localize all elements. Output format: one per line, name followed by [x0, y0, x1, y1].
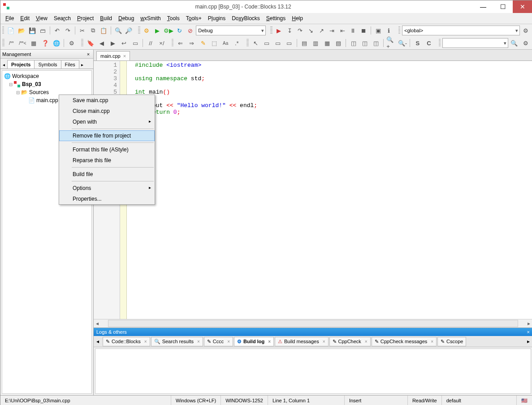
new-file-icon[interactable]: 📄 — [6, 25, 16, 36]
log-tab-buildlog[interactable]: ⚙Build log× — [234, 337, 274, 346]
search-go-icon[interactable]: 🔍 — [509, 38, 519, 48]
tab-close-icon[interactable]: × — [123, 53, 126, 59]
next-line-icon[interactable]: ↷ — [295, 25, 305, 36]
wrap-icon[interactable]: ↩ — [119, 38, 129, 48]
build-run-icon[interactable]: ⚙▶ — [163, 25, 174, 36]
win2-icon[interactable]: ◫ — [359, 38, 370, 48]
layout3-icon[interactable]: ▦ — [322, 38, 332, 48]
log-tabs-right[interactable]: ▸ — [524, 338, 532, 345]
tab-symbols[interactable]: Symbols — [34, 60, 61, 69]
layout1-icon[interactable]: ▤ — [299, 38, 310, 48]
find-icon[interactable]: 🔍 — [113, 25, 123, 36]
ctx-open-with[interactable]: Open with — [59, 116, 155, 127]
minimize-button[interactable]: — — [473, 0, 493, 13]
open-icon[interactable]: 📂 — [17, 25, 26, 36]
comment-icon[interactable]: // — [145, 38, 156, 48]
run-to-cursor-icon[interactable]: ↧ — [285, 25, 294, 36]
step-out-icon[interactable]: ↗ — [316, 25, 326, 36]
log-tab-cppcheckmsg[interactable]: ✎CppCheck messages× — [372, 337, 437, 346]
compiler-settings-icon[interactable]: ⚙ — [521, 25, 531, 36]
highlight-icon[interactable]: ✎ — [198, 38, 208, 48]
paste-icon[interactable]: 📋 — [99, 25, 108, 36]
menu-doxyblocks[interactable]: DoxyBlocks — [229, 14, 263, 23]
select-all-icon[interactable]: ⬚ — [209, 38, 220, 48]
menu-plugins[interactable]: Plugins — [205, 14, 229, 23]
win1-icon[interactable]: ◫ — [348, 38, 359, 48]
log-tab-buildmsg[interactable]: ⚠Build messages× — [275, 337, 329, 346]
rect3-icon[interactable]: ▭ — [284, 38, 294, 48]
build-target-select[interactable]: Debug — [196, 26, 266, 35]
bookmark-icon[interactable]: 🔖 — [85, 38, 95, 48]
menu-tools[interactable]: Tools — [164, 14, 183, 23]
redo-icon[interactable]: ↷ — [63, 25, 73, 36]
rebuild-icon[interactable]: ↻ — [175, 25, 185, 36]
menu-wxsmith[interactable]: wxSmith — [137, 14, 164, 23]
menu-settings[interactable]: Settings — [263, 14, 289, 23]
tab-projects[interactable]: Projects — [7, 60, 35, 69]
cut-icon[interactable]: ✂ — [78, 25, 87, 36]
save-all-icon[interactable]: 🗃 — [38, 25, 48, 36]
log-tab-codeblocks[interactable]: ✎Code::Blocks× — [103, 337, 150, 346]
log-output[interactable] — [95, 349, 531, 394]
menu-toolsplus[interactable]: Tools+ — [183, 14, 205, 23]
ctx-reparse[interactable]: Reparse this file — [59, 155, 155, 166]
uncomment-icon[interactable]: ×/ — [156, 38, 167, 48]
code-text[interactable]: #include <iostream> using namespace std;… — [133, 61, 532, 319]
matchcase-icon[interactable]: Aa — [221, 38, 231, 48]
menu-view[interactable]: View — [33, 14, 51, 23]
doxy-line-icon[interactable]: /**< — [17, 38, 28, 48]
editor-tab-main[interactable]: main.cpp × — [96, 51, 130, 60]
menu-project[interactable]: Project — [74, 14, 97, 23]
doxy-run-icon[interactable]: ▦ — [29, 38, 39, 48]
menu-search[interactable]: Search — [51, 14, 74, 23]
tab-files[interactable]: Files — [61, 60, 79, 69]
replace-icon[interactable]: 🔎 — [124, 25, 134, 36]
menu-help[interactable]: Help — [289, 14, 306, 23]
regex-icon[interactable]: .* — [232, 38, 242, 48]
zoom-out-icon[interactable]: 🔍- — [397, 38, 407, 48]
tabs-right-arrow[interactable]: ▸ — [79, 61, 86, 69]
c-icon[interactable]: C — [424, 38, 434, 48]
pointer-icon[interactable]: ↖ — [251, 38, 261, 48]
copy-icon[interactable]: ⧉ — [88, 25, 98, 36]
ctx-options[interactable]: Options — [59, 183, 155, 194]
back-icon[interactable]: ⇐ — [175, 38, 186, 48]
close-button[interactable]: ✕ — [513, 0, 532, 13]
maximize-button[interactable]: ☐ — [493, 0, 513, 13]
layout4-icon[interactable]: ▧ — [333, 38, 343, 48]
tree-project[interactable]: ⊟ Bsp_03 — [4, 80, 90, 88]
step-into-icon[interactable]: ↘ — [306, 25, 316, 36]
rect2-icon[interactable]: ▭ — [273, 38, 283, 48]
build-icon[interactable]: ⚙ — [142, 25, 152, 36]
management-close-icon[interactable]: × — [85, 52, 91, 57]
log-tab-cppcheck[interactable]: ✎CppCheck× — [329, 337, 371, 346]
code-editor[interactable]: 12345 #include <iostream> using namespac… — [94, 61, 532, 319]
win3-icon[interactable]: ◫ — [371, 38, 381, 48]
save-icon[interactable]: 💾 — [27, 25, 37, 36]
compiler-select[interactable]: <global> — [402, 26, 520, 35]
select-icon[interactable]: ▭ — [130, 38, 140, 48]
doxy-config-icon[interactable]: ⚙ — [66, 38, 77, 48]
collapse-icon[interactable]: ⊟ — [8, 82, 13, 87]
logs-close-icon[interactable]: × — [527, 329, 530, 335]
step-instr-icon[interactable]: ⇤ — [337, 25, 347, 36]
run-icon[interactable]: ▶ — [152, 25, 162, 36]
next-bookmark-icon[interactable]: ▶ — [108, 38, 118, 48]
horizontal-scrollbar[interactable]: ◂▸ — [94, 319, 532, 327]
tabs-left-arrow[interactable]: ◂ — [0, 61, 7, 69]
menu-build[interactable]: Build — [97, 14, 115, 23]
ctx-properties[interactable]: Properties... — [59, 194, 155, 204]
next-instr-icon[interactable]: ⇥ — [327, 25, 337, 36]
zoom-in-icon[interactable]: 🔍+ — [386, 38, 396, 48]
s-icon[interactable]: S — [412, 38, 423, 48]
ctx-save[interactable]: Save main.cpp — [59, 95, 155, 106]
ctx-remove-file[interactable]: Remove file from project — [59, 130, 155, 141]
menu-edit[interactable]: Edit — [17, 14, 33, 23]
log-tab-search[interactable]: 🔍Search results× — [151, 337, 203, 346]
log-tab-cscope[interactable]: ✎Cscope — [437, 337, 466, 346]
log-tab-cccc[interactable]: ✎Cccc× — [204, 337, 233, 346]
tree-workspace[interactable]: 🌐 Workspace — [4, 72, 90, 80]
ctx-close[interactable]: Close main.cpp — [59, 106, 155, 116]
doxy-chm-icon[interactable]: ❓ — [40, 38, 50, 48]
forward-icon[interactable]: ⇒ — [186, 38, 197, 48]
